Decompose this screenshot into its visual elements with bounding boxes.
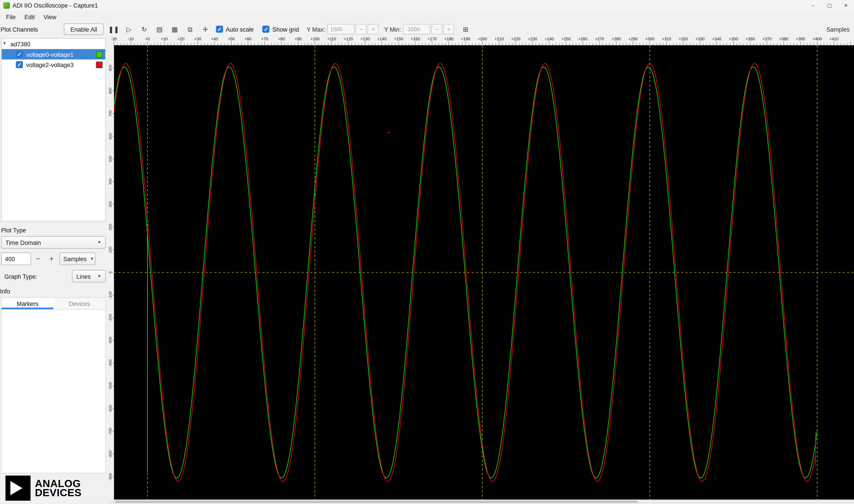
svg-text:+330: +330 — [695, 37, 705, 41]
svg-text:+360: +360 — [746, 37, 755, 41]
window-controls: – ▢ ✕ — [805, 0, 854, 11]
svg-text:+200: +200 — [478, 37, 487, 41]
show-grid-toggle[interactable]: Show grid — [262, 25, 299, 33]
window-title: ADI IIO Oscilloscope - Capture1 — [13, 2, 98, 9]
maximize-button[interactable]: ▢ — [821, 0, 837, 11]
y-min-decrement-button[interactable]: − — [432, 24, 442, 35]
svg-text:-400: -400 — [108, 359, 112, 367]
svg-text:+110: +110 — [327, 37, 336, 41]
adi-logo-text: ANALOG DEVICES — [35, 479, 81, 498]
svg-text:-900: -900 — [108, 473, 112, 481]
channel-color-swatch[interactable] — [96, 51, 103, 57]
channel-label: voltage0-voltage1 — [26, 51, 93, 57]
y-max-input[interactable] — [327, 24, 355, 35]
plot-type-dropdown[interactable]: Time Domain ▼ — [1, 236, 106, 249]
show-grid-checkbox[interactable] — [262, 25, 270, 33]
svg-text:700: 700 — [108, 110, 112, 117]
sample-unit-dropdown[interactable]: Samples ▼ — [59, 252, 95, 265]
svg-text:-200: -200 — [108, 314, 112, 322]
capture-play-icon[interactable]: ▷ — [122, 23, 136, 35]
sample-count-increment-button[interactable]: + — [45, 252, 58, 265]
enable-all-button[interactable]: Enable All — [64, 23, 104, 35]
waveform-canvas[interactable] — [114, 45, 854, 500]
y-max-increment-button[interactable]: + — [368, 24, 379, 35]
svg-text:200: 200 — [108, 224, 112, 230]
expander-icon[interactable]: ▾ — [3, 40, 6, 46]
x-ruler-svg: -20-10+0+10+20+30+40+50+60+70+80+90+100+… — [107, 36, 854, 46]
svg-text:+380: +380 — [779, 37, 788, 41]
capture-pause-icon[interactable]: ❚❚ — [107, 23, 121, 35]
channel-color-swatch[interactable] — [96, 61, 103, 68]
svg-text:-600: -600 — [108, 405, 112, 412]
svg-text:+0: +0 — [145, 37, 150, 41]
markers-panel — [1, 310, 106, 473]
svg-text:+170: +170 — [428, 37, 437, 41]
analog-devices-logo: ANALOG DEVICES — [5, 475, 81, 501]
graph-type-row: Graph Type: Lines ▼ — [4, 270, 106, 283]
graph-type-dropdown[interactable]: Lines ▼ — [72, 270, 106, 283]
scrollbar-handle[interactable] — [114, 501, 638, 503]
auto-scale-toggle[interactable]: Auto scale — [216, 25, 254, 33]
plot-body: -900-800-700-600-500-400-300-200-1000100… — [107, 45, 854, 500]
svg-text:+80: +80 — [278, 37, 285, 41]
plot-type-label: Plot Type — [1, 227, 107, 234]
menu-edit[interactable]: Edit — [20, 12, 39, 21]
info-tabs: MarkersDevices — [1, 297, 106, 310]
svg-text:-500: -500 — [108, 382, 112, 390]
sidebar: ▾ ad7380 voltage0-voltage1voltage2-volta… — [0, 36, 107, 504]
capture-loop-icon[interactable]: ↻ — [138, 23, 151, 35]
plot-area: -20-10+0+10+20+30+40+50+60+70+80+90+100+… — [107, 36, 854, 504]
auto-scale-checkbox[interactable] — [216, 25, 223, 33]
svg-text:+250: +250 — [561, 37, 570, 41]
svg-text:+210: +210 — [494, 37, 504, 41]
svg-text:100: 100 — [108, 247, 112, 253]
samples-axis-label: Samples — [826, 26, 850, 32]
plot-layout-icon[interactable]: ▦ — [168, 23, 182, 35]
svg-text:+300: +300 — [645, 37, 654, 41]
y-max-decrement-button[interactable]: − — [356, 24, 367, 35]
y-min-input[interactable] — [403, 24, 431, 35]
svg-text:+370: +370 — [762, 37, 771, 41]
channel-row[interactable]: voltage0-voltage1 — [2, 49, 105, 59]
svg-text:+280: +280 — [612, 37, 621, 41]
svg-text:+60: +60 — [244, 37, 251, 41]
channel-tree: ▾ ad7380 voltage0-voltage1voltage2-volta… — [1, 38, 106, 221]
waveform-svg — [114, 45, 854, 500]
svg-text:-20: -20 — [111, 37, 117, 41]
svg-text:500: 500 — [108, 156, 112, 162]
pan-icon[interactable]: ✛ — [199, 23, 212, 35]
channel-row[interactable]: voltage2-voltage3 — [2, 59, 105, 70]
artifact-dot — [388, 132, 389, 133]
svg-text:+140: +140 — [377, 37, 386, 41]
svg-text:300: 300 — [108, 201, 112, 208]
sample-count-input[interactable] — [1, 252, 31, 265]
y-min-increment-button[interactable]: + — [443, 24, 455, 35]
svg-text:+410: +410 — [829, 37, 838, 41]
plot-channels-label: Plot Channels — [0, 26, 38, 32]
sample-count-decrement-button[interactable]: − — [31, 252, 45, 265]
channel-label: voltage2-voltage3 — [26, 61, 93, 68]
svg-text:+30: +30 — [194, 37, 201, 41]
menu-file[interactable]: File — [2, 12, 20, 21]
menu-view[interactable]: View — [39, 12, 61, 21]
tab-markers[interactable]: Markers — [2, 298, 53, 309]
minimize-button[interactable]: – — [805, 0, 821, 11]
new-plot-icon[interactable]: ⊞ — [459, 23, 472, 35]
tab-devices[interactable]: Devices — [53, 298, 105, 309]
svg-text:-100: -100 — [108, 291, 112, 299]
channel-checkbox[interactable] — [16, 51, 23, 58]
svg-text:+160: +160 — [411, 37, 420, 41]
info-label: Info — [0, 288, 107, 295]
chevron-down-icon: ▼ — [94, 240, 102, 245]
device-row-ad7380[interactable]: ▾ ad7380 — [2, 39, 105, 49]
title-bar: ADI IIO Oscilloscope - Capture1 – ▢ ✕ — [0, 0, 854, 11]
menu-bar: FileEditView — [0, 11, 854, 22]
device-list-icon[interactable]: ▤ — [152, 23, 166, 35]
snapshot-icon[interactable]: ⧉ — [183, 23, 197, 35]
svg-text:+290: +290 — [628, 37, 637, 41]
svg-text:+150: +150 — [394, 37, 403, 41]
close-button[interactable]: ✕ — [838, 0, 854, 11]
svg-text:-10: -10 — [128, 37, 134, 41]
svg-text:+120: +120 — [344, 37, 353, 41]
channel-checkbox[interactable] — [16, 61, 23, 68]
